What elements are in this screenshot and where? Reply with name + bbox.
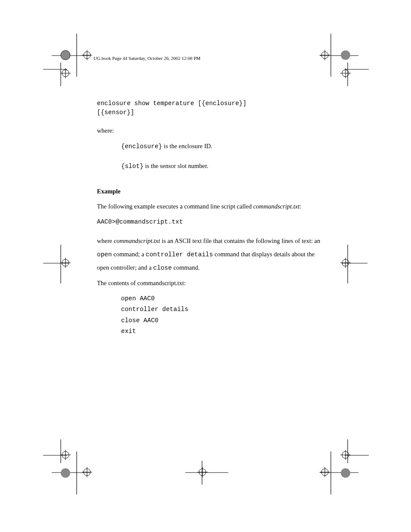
- cropmark-vertical-tl-inner: [76, 34, 77, 77]
- param-slot-desc: is the sensor slot number.: [143, 162, 209, 169]
- cropmark-horizontal-bc: [185, 472, 228, 473]
- script-explanation: where commandscript.txt is an ASCII text…: [97, 234, 325, 274]
- example-description: The following example executes a command…: [97, 202, 325, 212]
- page-body: enclosure show temperature [{enclosure}]…: [97, 99, 325, 338]
- dot-icon-tr: [340, 50, 351, 60]
- cropmark-vertical-tr-inner: [330, 34, 331, 77]
- svg-point-51: [321, 469, 328, 476]
- register-icon-tl2: [60, 68, 71, 78]
- cropmark-horizontal-tl: [52, 55, 90, 56]
- cropmark-horizontal-bl: [52, 472, 90, 473]
- param-slot: {slot} is the sensor slot number.: [121, 162, 325, 171]
- cropmark-horizontal-br2: [345, 455, 369, 456]
- dot-icon-tl: [60, 50, 71, 60]
- register-icon-bl2: [60, 450, 71, 460]
- svg-point-43: [61, 468, 70, 478]
- svg-point-5: [61, 50, 70, 60]
- command-syntax-line1: enclosure show temperature [{enclosure}]: [97, 99, 325, 108]
- svg-point-17: [341, 50, 350, 60]
- param-slot-name: {slot}: [121, 163, 143, 170]
- svg-point-46: [342, 451, 349, 458]
- svg-point-54: [341, 468, 350, 478]
- cropmark-vertical-bl-inner: [76, 451, 77, 495]
- cropmark-vertical-bl-outer: [60, 439, 61, 463]
- cropmark-horizontal-br: [320, 472, 358, 473]
- para-open: open: [97, 251, 112, 258]
- script-contents-label: The contents of commandscript.txt:: [97, 279, 325, 288]
- cropmark-horizontal-tl2: [43, 69, 67, 70]
- cropmark-horizontal-tr: [320, 55, 358, 56]
- example-leadin: The following example executes a command…: [97, 203, 253, 210]
- script-line-4: exit: [121, 327, 325, 336]
- para-end: command.: [172, 264, 199, 271]
- cropmark-vertical-ml: [60, 245, 61, 283]
- param-enclosure-name: {enclosure}: [121, 143, 162, 150]
- register-icon-tl: [82, 50, 92, 60]
- para-close: close: [153, 264, 171, 271]
- cropmark-horizontal-ml: [43, 263, 69, 264]
- svg-point-25: [62, 259, 69, 266]
- cropmark-horizontal-bl2: [43, 455, 67, 456]
- cropmark-vertical-br-outer: [347, 439, 348, 463]
- register-icon-br: [320, 467, 330, 477]
- script-line-1: open AAC0: [121, 294, 325, 303]
- command-syntax-line2: [{sensor}]: [97, 108, 325, 117]
- example-command: AAC0>@commandscript.txt: [97, 218, 325, 227]
- register-icon-tr2: [340, 68, 351, 78]
- where-label: where:: [97, 126, 325, 136]
- svg-point-20: [342, 70, 349, 77]
- svg-point-57: [199, 469, 206, 476]
- svg-point-30: [342, 259, 349, 266]
- cropmark-vertical-tl-outer: [60, 62, 61, 86]
- script-contents: open AAC0 controller details close AAC0 …: [121, 294, 325, 336]
- para-mid1: is an ASCII text file that contains the …: [160, 237, 321, 244]
- para-ctrl: controller details: [146, 251, 213, 258]
- cropmark-vertical-bc: [202, 461, 202, 485]
- register-icon-bc: [197, 467, 208, 477]
- svg-point-40: [84, 469, 90, 476]
- cropmark-vertical-mr: [347, 245, 348, 283]
- param-enclosure-desc: is the enclosure ID.: [162, 143, 212, 149]
- example-trail: :: [299, 203, 301, 210]
- cropmark-horizontal-mr: [342, 263, 367, 264]
- cropmark-vertical-tr-outer: [347, 62, 348, 86]
- register-icon-mr: [340, 258, 351, 268]
- page-header: UG.book Page 44 Saturday, October 26, 20…: [93, 55, 200, 62]
- register-icon-ml: [60, 258, 71, 268]
- para-filename2: commandscript.txt: [114, 237, 160, 244]
- svg-point-2: [84, 52, 90, 59]
- param-enclosure: {enclosure} is the enclosure ID.: [121, 142, 325, 151]
- svg-point-14: [321, 52, 328, 59]
- svg-point-9: [62, 70, 69, 77]
- cropmark-vertical-br-inner: [330, 451, 331, 495]
- register-icon-br2: [340, 450, 351, 460]
- svg-point-6: [61, 50, 70, 60]
- para-mid2: command; a: [112, 251, 146, 258]
- register-icon-bl: [82, 467, 92, 477]
- para-a: where: [97, 237, 114, 244]
- dot-icon-bl: [60, 468, 71, 478]
- example-heading: Example: [97, 187, 325, 196]
- example-filename: commandscript.txt: [253, 203, 300, 210]
- register-icon-tr: [320, 50, 330, 60]
- dot-icon-br: [340, 468, 351, 478]
- cropmark-horizontal-tr2: [345, 69, 369, 70]
- script-line-2: controller details: [121, 305, 325, 314]
- script-line-3: close AAC0: [121, 316, 325, 325]
- svg-point-35: [62, 451, 69, 458]
